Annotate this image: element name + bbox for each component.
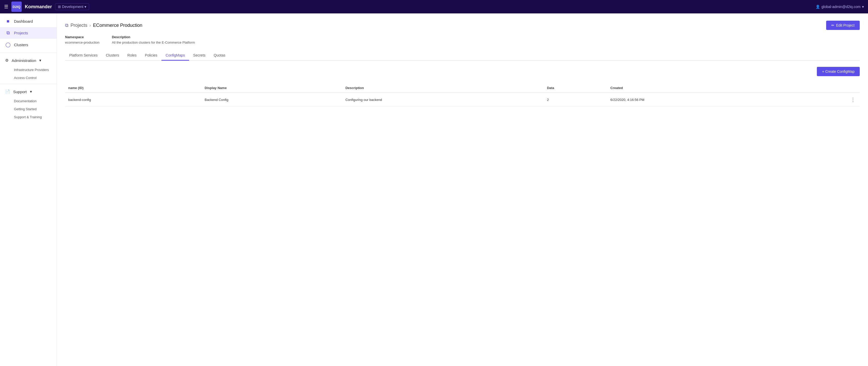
- sidebar-item-clusters[interactable]: ◯ Clusters: [0, 39, 57, 51]
- col-header-created: Created: [607, 84, 797, 93]
- namespace-label: Namespace: [65, 35, 99, 39]
- cell-display-name: Backend Config: [202, 93, 342, 107]
- description-value: All the production clusters for the E-Co…: [112, 40, 195, 44]
- cell-actions: ⋮: [797, 93, 860, 107]
- meta-info: Namespace ecommerce-production Descripti…: [65, 35, 860, 44]
- sidebar-item-getting-started[interactable]: Getting Started: [0, 105, 57, 113]
- dashboard-icon: ■: [5, 19, 11, 24]
- projects-breadcrumb-icon: ⧉: [65, 23, 68, 28]
- env-label: Development: [62, 5, 84, 9]
- tab-roles[interactable]: Roles: [123, 51, 141, 61]
- col-header-actions: [797, 84, 860, 93]
- sidebar-item-documentation[interactable]: Documentation: [0, 97, 57, 105]
- sidebar-section-administration[interactable]: ⚙ Administration ▾: [0, 55, 57, 66]
- table-row: backend-config Backend Config Configurin…: [65, 93, 860, 107]
- col-header-data: Data: [544, 84, 607, 93]
- cell-description: Configuring our backend: [342, 93, 544, 107]
- tab-quotas[interactable]: Quotas: [210, 51, 229, 61]
- row-actions-button[interactable]: ⋮: [849, 96, 857, 103]
- sidebar-sub-label: Getting Started: [14, 107, 36, 111]
- create-configmap-button[interactable]: + Create ConfigMap: [817, 67, 860, 76]
- tab-clusters[interactable]: Clusters: [102, 51, 123, 61]
- sidebar-divider-2: [0, 84, 57, 84]
- col-header-display-name: Display Name: [202, 84, 342, 93]
- description-label: Description: [112, 35, 195, 39]
- administration-icon: ⚙: [5, 58, 8, 63]
- meta-namespace: Namespace ecommerce-production: [65, 35, 99, 44]
- chevron-down-icon: ▾: [85, 5, 86, 9]
- cell-created: 6/22/2020, 4:16:56 PM: [607, 93, 797, 107]
- hamburger-menu[interactable]: ☰: [4, 4, 8, 9]
- projects-icon: ⧉: [5, 30, 11, 36]
- breadcrumb: ⧉ Projects › ECommerce Production ✏ Edit…: [65, 21, 860, 30]
- app-name: Kommander: [25, 4, 52, 9]
- grid-icon: ⊞: [58, 5, 61, 9]
- breadcrumb-separator: ›: [89, 23, 91, 28]
- sidebar-section-label: Support: [13, 90, 27, 94]
- tab-policies[interactable]: Policies: [141, 51, 161, 61]
- col-header-description: Description: [342, 84, 544, 93]
- user-menu[interactable]: 👤 global-admin@d2iq.com ▾: [815, 5, 864, 9]
- sidebar-item-label: Dashboard: [14, 19, 52, 24]
- sidebar-sub-label: Infrastructure Providers: [14, 68, 49, 72]
- sidebar-item-label: Clusters: [14, 42, 52, 47]
- cell-data: 2: [544, 93, 607, 107]
- clusters-icon: ◯: [5, 42, 11, 47]
- sidebar-divider: [0, 53, 57, 53]
- breadcrumb-projects-link[interactable]: Projects: [70, 23, 87, 28]
- breadcrumb-current: ECommerce Production: [93, 23, 142, 28]
- tab-platform-services[interactable]: Platform Services: [65, 51, 102, 61]
- col-header-name: name (ID): [65, 84, 202, 93]
- top-nav: ☰ D2 IQ Kommander ⊞ Development ▾ 👤 glob…: [0, 0, 868, 13]
- chevron-down-icon: ▾: [30, 89, 32, 94]
- sidebar-item-dashboard[interactable]: ■ Dashboard: [0, 15, 57, 27]
- meta-description: Description All the production clusters …: [112, 35, 195, 44]
- table-header-row: name (ID) Display Name Description Data …: [65, 84, 860, 93]
- sidebar-sub-label: Access Control: [14, 76, 36, 80]
- namespace-value: ecommerce-production: [65, 40, 99, 44]
- sidebar-item-label: Projects: [14, 31, 52, 35]
- sidebar-item-infrastructure-providers[interactable]: Infrastructure Providers: [0, 66, 57, 74]
- user-label: global-admin@d2iq.com: [822, 5, 861, 9]
- user-chevron-icon: ▾: [862, 5, 864, 9]
- cell-name: backend-config: [65, 93, 202, 107]
- tabs: Platform Services Clusters Roles Policie…: [65, 51, 860, 61]
- sidebar-sub-label: Support & Training: [14, 115, 42, 119]
- sidebar-section-support[interactable]: 📄 Support ▾: [0, 86, 57, 97]
- create-btn-row: + Create ConfigMap: [65, 67, 860, 80]
- sidebar-item-support-training[interactable]: Support & Training: [0, 113, 57, 121]
- support-icon: 📄: [5, 89, 10, 94]
- sidebar-item-projects[interactable]: ⧉ Projects: [0, 27, 57, 39]
- tab-secrets[interactable]: Secrets: [189, 51, 210, 61]
- environment-selector[interactable]: ⊞ Development ▾: [55, 3, 89, 10]
- sidebar: ■ Dashboard ⧉ Projects ◯ Clusters ⚙ Admi…: [0, 13, 57, 366]
- user-icon: 👤: [815, 5, 820, 9]
- sidebar-sub-label: Documentation: [14, 99, 36, 103]
- main-content: ⧉ Projects › ECommerce Production ✏ Edit…: [57, 13, 868, 366]
- edit-icon: ✏: [831, 23, 834, 27]
- sidebar-item-access-control[interactable]: Access Control: [0, 74, 57, 82]
- logo: D2 IQ: [11, 2, 22, 12]
- tab-configmaps[interactable]: ConfigMaps: [161, 51, 189, 61]
- edit-project-button[interactable]: ✏ Edit Project: [826, 21, 860, 30]
- chevron-down-icon: ▾: [39, 58, 41, 63]
- sidebar-section-label: Administration: [11, 58, 36, 63]
- configmaps-table: name (ID) Display Name Description Data …: [65, 84, 860, 107]
